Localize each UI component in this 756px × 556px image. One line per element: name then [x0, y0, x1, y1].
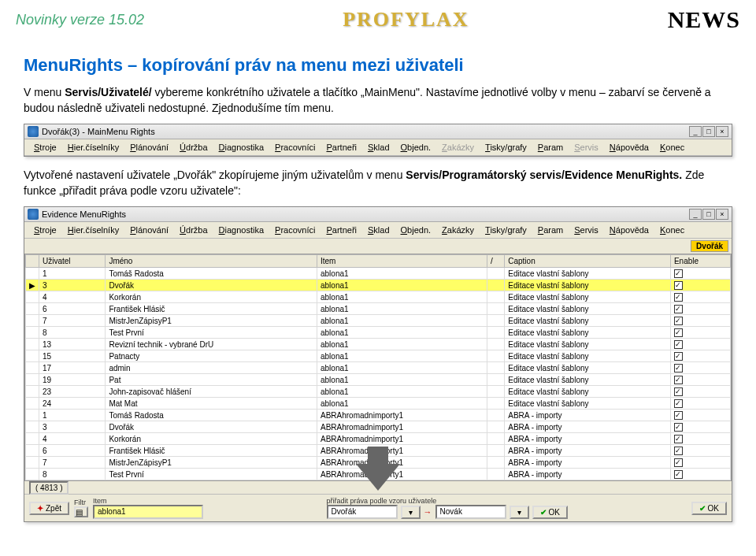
- user-chip: Dvořák: [691, 240, 728, 252]
- menu-item[interactable]: Objedn.: [396, 142, 436, 153]
- menubar: StrojeHier.číselníkyPlánováníÚdržbaDiagn…: [24, 222, 732, 239]
- enable-checkbox[interactable]: ✓: [674, 364, 683, 373]
- menu-item[interactable]: Diagnostika: [214, 142, 269, 153]
- enable-checkbox[interactable]: ✓: [674, 435, 683, 443]
- enable-checkbox[interactable]: ✓: [674, 423, 683, 432]
- section-heading: MenuRights – kopírování práv na menu mez…: [24, 55, 732, 76]
- menu-item[interactable]: Nápověda: [605, 224, 654, 235]
- enable-checkbox[interactable]: ✓: [674, 387, 683, 396]
- menu-item[interactable]: Nápověda: [605, 142, 654, 153]
- table-row[interactable]: ▶3Dvořákablona1Editace vlastní šablony✓: [26, 280, 731, 291]
- enable-checkbox[interactable]: ✓: [674, 305, 683, 313]
- table-row[interactable]: 23John-zapisovač hlášeníablona1Editace v…: [26, 386, 731, 398]
- enable-checkbox[interactable]: ✓: [674, 399, 683, 408]
- table-row[interactable]: 24Mat Matablona1Editace vlastní šablony✓: [26, 398, 731, 410]
- menu-item[interactable]: Pracovníci: [270, 224, 320, 235]
- enable-checkbox[interactable]: ✓: [674, 340, 683, 349]
- menu-item[interactable]: Sklad: [363, 224, 395, 235]
- menu-item[interactable]: Sklad: [363, 142, 395, 153]
- column-header[interactable]: /: [487, 255, 504, 268]
- menu-item[interactable]: Param: [533, 142, 568, 153]
- menu-item[interactable]: Konec: [655, 142, 689, 153]
- item-filter-field[interactable]: ablona1: [93, 505, 203, 519]
- menu-item[interactable]: Partneři: [321, 142, 361, 153]
- menu-item[interactable]: Servis: [569, 224, 603, 235]
- target-dropdown-button[interactable]: ▾: [510, 506, 529, 519]
- back-button[interactable]: ✦Zpět: [29, 502, 69, 515]
- table-row[interactable]: 4Korkoránablona1Editace vlastní šablony✓: [26, 291, 731, 303]
- news-label: NEWS: [668, 6, 740, 33]
- table-row[interactable]: 1Tomáš Radostaablona1Editace vlastní šab…: [26, 268, 731, 280]
- arrow-right-icon: →: [424, 507, 432, 517]
- window-title: Dvořák(3) - MainMenu Rights: [42, 127, 155, 136]
- window-mainmenu-rights: Dvořák(3) - MainMenu Rights _ □ × Stroje…: [24, 124, 732, 157]
- column-header[interactable]: Enable: [670, 255, 730, 268]
- source-dropdown-button[interactable]: ▾: [401, 506, 421, 519]
- assign-ok-button[interactable]: ✔OK: [532, 506, 568, 519]
- menu-item[interactable]: Hier.číselníky: [63, 142, 124, 153]
- table-row[interactable]: 3DvořákABRAhromadnimporty1ABRA - importy…: [26, 421, 731, 433]
- menu-item[interactable]: Servis: [569, 142, 603, 153]
- menu-item[interactable]: Tisky/grafy: [480, 224, 532, 235]
- menu-item[interactable]: Tisky/grafy: [480, 142, 532, 153]
- menu-item[interactable]: Hier.číselníky: [63, 224, 124, 235]
- close-button[interactable]: ×: [716, 126, 728, 137]
- menu-item[interactable]: Partneři: [321, 224, 361, 235]
- table-row[interactable]: 13Revizní technik - vybrané DrUablona1Ed…: [26, 339, 731, 350]
- menubar: StrojeHier.číselníkyPlánováníÚdržbaDiagn…: [24, 139, 732, 156]
- enable-checkbox[interactable]: ✓: [674, 281, 683, 290]
- table-row[interactable]: 4KorkoránABRAhromadnimporty1ABRA - impor…: [26, 433, 731, 445]
- menu-item[interactable]: Údržba: [175, 142, 212, 153]
- ok-button[interactable]: ✔OK: [691, 502, 727, 515]
- paragraph-1: V menu Servis/Uživatelé/ vybereme konkré…: [24, 85, 732, 116]
- menu-item[interactable]: Stroje: [29, 142, 61, 153]
- table-row[interactable]: 6František Hlásičablona1Editace vlastní …: [26, 303, 731, 315]
- item-label: Item: [93, 497, 203, 505]
- menu-item[interactable]: Zakázky: [437, 224, 479, 235]
- table-row[interactable]: 7MistrJenZápisyP1ablona1Editace vlastní …: [26, 315, 731, 327]
- close-button[interactable]: ×: [716, 209, 728, 220]
- window-evidence-menurights: Evidence MenuRights _ □ × StrojeHier.čís…: [24, 206, 732, 522]
- source-user-field[interactable]: Dvořák: [327, 505, 398, 519]
- window-title: Evidence MenuRights: [42, 209, 126, 219]
- column-header[interactable]: Jméno: [106, 255, 317, 268]
- menu-item[interactable]: Plánování: [125, 142, 173, 153]
- menu-item[interactable]: Údržba: [175, 224, 212, 235]
- enable-checkbox[interactable]: ✓: [674, 269, 683, 278]
- menu-item[interactable]: Pracovníci: [270, 142, 320, 153]
- logo: PROFYLAX: [343, 8, 469, 32]
- filter-button[interactable]: ▤: [74, 506, 88, 517]
- column-header[interactable]: Caption: [505, 255, 671, 268]
- menu-item[interactable]: Plánování: [125, 224, 173, 235]
- menu-item[interactable]: Zakázky: [437, 142, 479, 153]
- table-row[interactable]: 15Patnactyablona1Editace vlastní šablony…: [26, 350, 731, 362]
- enable-checkbox[interactable]: ✓: [674, 376, 683, 384]
- menu-item[interactable]: Konec: [655, 224, 689, 235]
- table-row[interactable]: 17adminablona1Editace vlastní šablony✓: [26, 362, 731, 374]
- enable-checkbox[interactable]: ✓: [674, 293, 683, 302]
- menu-item[interactable]: Objedn.: [396, 224, 436, 235]
- paragraph-2: Vytvořené nastavení uživatele „Dvořák" z…: [24, 168, 732, 198]
- column-header[interactable]: Uživatel: [39, 255, 106, 268]
- enable-checkbox[interactable]: ✓: [674, 328, 683, 337]
- enable-checkbox[interactable]: ✓: [674, 411, 683, 420]
- arrow-indicator: [24, 447, 732, 491]
- enable-checkbox[interactable]: ✓: [674, 352, 683, 361]
- minimize-button[interactable]: _: [689, 209, 702, 220]
- minimize-button[interactable]: _: [689, 126, 702, 137]
- table-row[interactable]: 1Tomáš RadostaABRAhromadnimporty1ABRA - …: [26, 410, 731, 421]
- maximize-button[interactable]: □: [702, 209, 715, 220]
- menu-item[interactable]: Diagnostika: [214, 224, 269, 235]
- enable-checkbox[interactable]: ✓: [674, 317, 683, 325]
- target-user-field[interactable]: Novák: [435, 505, 506, 519]
- app-icon: [28, 126, 39, 137]
- menu-item[interactable]: Stroje: [29, 224, 61, 235]
- table-row[interactable]: 8Test Prvníablona1Editace vlastní šablon…: [26, 327, 731, 339]
- version-text: Novinky verze 15.02: [16, 12, 144, 28]
- table-row[interactable]: 19Patablona1Editace vlastní šablony✓: [26, 374, 731, 386]
- column-header[interactable]: Item: [317, 255, 487, 268]
- filter-label: Filtr: [74, 499, 88, 506]
- menu-item[interactable]: Param: [533, 224, 568, 235]
- maximize-button[interactable]: □: [702, 126, 715, 137]
- app-icon: [28, 209, 39, 220]
